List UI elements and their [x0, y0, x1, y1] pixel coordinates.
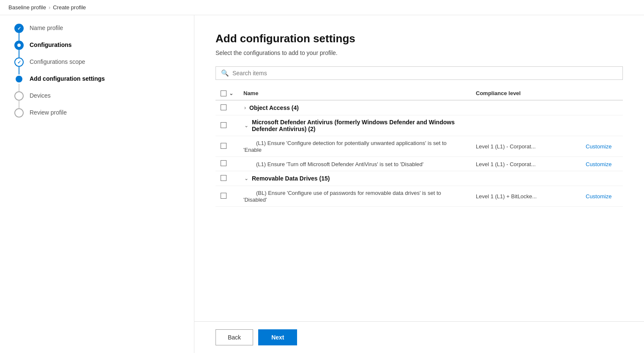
- breadcrumb-sep: ›: [49, 4, 50, 11]
- step-review: Review profile: [13, 108, 181, 123]
- header-checkbox[interactable]: [221, 90, 226, 96]
- table-row: (L1) Ensure 'Configure detection for pot…: [216, 136, 623, 157]
- step-line-3: [19, 67, 19, 74]
- table-row: (L1) Ensure 'Turn off Microsoft Defender…: [216, 157, 623, 171]
- group-name-0: Object Access (4): [249, 104, 299, 111]
- search-bar[interactable]: 🔍: [216, 66, 623, 80]
- row-checkbox-1[interactable]: [221, 122, 226, 128]
- back-button[interactable]: Back: [216, 329, 253, 345]
- row-checkbox-2[interactable]: [221, 143, 226, 149]
- step-label-5: Devices: [25, 91, 51, 107]
- step-list: ✓ Name profile Configurations: [13, 24, 181, 123]
- expand-btn-0[interactable]: ›: [243, 104, 247, 112]
- content-area: Add configuration settings Select the co…: [194, 15, 644, 353]
- step-configurations-scope: ✓ Configurations scope: [13, 57, 181, 74]
- table-row: › Object Access (4): [216, 100, 623, 115]
- group-name-4: Removable Data Drives (15): [252, 175, 330, 182]
- step-line-4: [19, 84, 19, 91]
- customize-link-3[interactable]: Customize: [586, 161, 611, 167]
- col-header-compliance: Compliance level: [471, 87, 581, 100]
- compliance-text-5: Level 1 (L1) + BitLocke...: [476, 193, 537, 200]
- table-header-row: ⌄ Name Compliance level: [216, 87, 623, 100]
- col-header-action: [581, 87, 623, 100]
- search-icon: 🔍: [221, 69, 229, 77]
- footer-bar: Back Next: [194, 321, 644, 353]
- step-circle-1: ✓: [14, 24, 24, 33]
- col-header-name: Name: [238, 87, 471, 100]
- step-circle-4: [16, 76, 22, 82]
- row-checkbox-3[interactable]: [221, 160, 226, 166]
- step-label-2: Configurations: [25, 41, 72, 56]
- content-scroll: Add configuration settings Select the co…: [194, 15, 644, 321]
- step-label-1: Name profile: [25, 24, 63, 39]
- breadcrumb-item-2: Create profile: [53, 4, 86, 11]
- step-circle-5: [14, 91, 24, 101]
- step-line-5: [19, 101, 19, 108]
- row-checkbox-4[interactable]: [221, 175, 226, 181]
- sidebar: ✓ Name profile Configurations: [0, 15, 194, 353]
- step-label-3: Configurations scope: [25, 57, 85, 73]
- step-add-config: Add configuration settings: [13, 74, 181, 91]
- step-name-profile: ✓ Name profile: [13, 24, 181, 41]
- col-header-check: ⌄: [216, 87, 238, 100]
- step-devices: Devices: [13, 91, 181, 108]
- sub-item-name-3: (L1) Ensure 'Turn off Microsoft Defender…: [243, 161, 423, 167]
- row-checkbox-5[interactable]: [221, 193, 226, 199]
- step-line-1: [19, 33, 19, 41]
- next-button[interactable]: Next: [258, 329, 297, 345]
- table-row: (BL) Ensure 'Configure use of passwords …: [216, 186, 623, 207]
- sub-item-name-2: (L1) Ensure 'Configure detection for pot…: [243, 140, 447, 153]
- row-checkbox-0[interactable]: [221, 104, 226, 110]
- step-circle-3: ✓: [14, 57, 24, 67]
- expand-btn-4[interactable]: ⌄: [243, 175, 249, 182]
- sub-item-name-5: (BL) Ensure 'Configure use of passwords …: [243, 190, 441, 203]
- compliance-text-2: Level 1 (L1) - Corporat...: [476, 143, 536, 150]
- header-expand-icon[interactable]: ⌄: [229, 90, 233, 96]
- customize-link-2[interactable]: Customize: [586, 143, 611, 150]
- page-subtitle: Select the configurations to add to your…: [216, 49, 623, 56]
- expand-btn-1[interactable]: ⌄: [243, 122, 249, 129]
- step-label-6: Review profile: [25, 108, 67, 123]
- config-table: ⌄ Name Compliance level: [216, 87, 623, 207]
- group-name-1: Microsoft Defender Antivirus (formerly W…: [252, 119, 466, 132]
- table-row: ⌄ Removable Data Drives (15): [216, 171, 623, 186]
- step-line-2: [19, 50, 19, 57]
- table-row: ⌄ Microsoft Defender Antivirus (formerly…: [216, 115, 623, 136]
- page-title: Add configuration settings: [216, 32, 623, 45]
- breadcrumb: Baseline profile › Create profile: [0, 0, 644, 15]
- step-circle-2: [14, 41, 24, 50]
- customize-link-5[interactable]: Customize: [586, 193, 611, 200]
- search-input[interactable]: [232, 70, 617, 77]
- step-circle-6: [14, 108, 24, 118]
- breadcrumb-item-1[interactable]: Baseline profile: [8, 4, 46, 11]
- compliance-text-3: Level 1 (L1) - Corporat...: [476, 161, 536, 167]
- step-label-4: Add configuration settings: [25, 74, 105, 90]
- step-configurations: Configurations: [13, 41, 181, 57]
- checkmark-icon: ✓: [17, 26, 21, 31]
